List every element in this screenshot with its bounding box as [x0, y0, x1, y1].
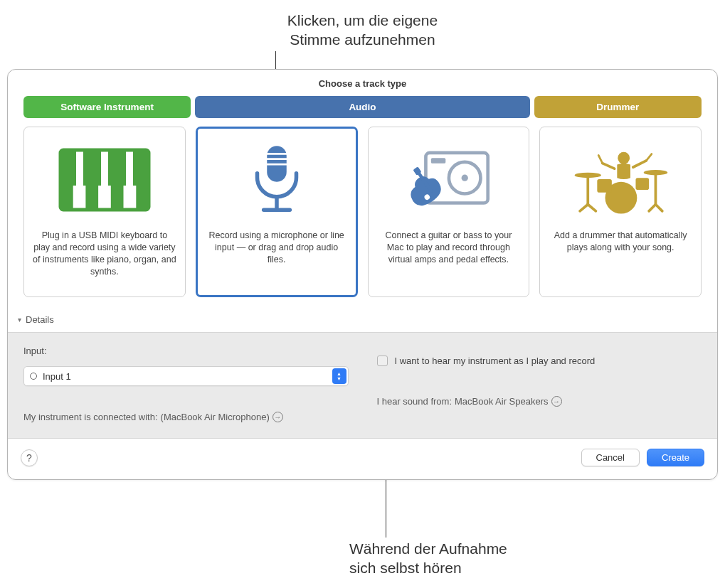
input-popup[interactable]: Input 1 ▲▼ [23, 366, 349, 386]
arrow-right-circle-icon[interactable]: → [551, 396, 562, 407]
footer: ? Cancel Create [8, 439, 717, 479]
connected-device-row: My instrument is connected with: (MacBoo… [23, 412, 349, 422]
svg-rect-10 [133, 150, 139, 186]
track-type-cards: Plug in a USB MIDI keyboard to play and … [8, 127, 717, 311]
svg-rect-6 [83, 150, 89, 186]
cancel-button[interactable]: Cancel [581, 449, 640, 466]
window-title: Choose a track type [8, 70, 717, 96]
arrow-right-circle-icon[interactable]: → [272, 412, 283, 422]
svg-line-30 [649, 205, 655, 211]
input-channel-icon [30, 373, 37, 380]
details-disclosure[interactable]: ▾ Details [8, 311, 717, 332]
card-desc: Connect a guitar or bass to your Mac to … [377, 230, 521, 266]
svg-line-26 [580, 205, 588, 211]
svg-rect-20 [431, 158, 445, 163]
track-chooser-window: Choose a track type Software Instrument … [7, 69, 718, 480]
chevron-down-icon: ▾ [18, 316, 21, 324]
button-label: Create [662, 452, 689, 463]
svg-line-31 [656, 205, 662, 211]
svg-rect-33 [597, 179, 612, 193]
button-label: Cancel [596, 452, 625, 463]
details-panel: Input: Input 1 ▲▼ My instrument is conne… [8, 332, 717, 439]
tab-label: Software Instrument [60, 102, 154, 112]
card-desc: Plug in a USB MIDI keyboard to play and … [33, 230, 176, 278]
tab-label: Drummer [596, 102, 639, 112]
input-value: Input 1 [43, 371, 332, 382]
popup-stepper-icon: ▲▼ [332, 368, 346, 384]
callout-bottom: Während der Aufnahme sich selbst hören [349, 539, 507, 578]
monitor-label: I want to hear my instrument as I play a… [395, 356, 596, 366]
callout-bottom-text: Während der Aufnahme sich selbst hören [349, 540, 507, 576]
input-label: Input: [23, 346, 349, 356]
guitar-amp-icon [398, 137, 498, 223]
hear-prefix: I hear sound from: [377, 396, 453, 407]
monitor-checkbox[interactable] [377, 356, 388, 366]
keyboard-icon [55, 137, 154, 223]
svg-line-38 [598, 155, 603, 163]
svg-rect-9 [120, 150, 126, 186]
svg-point-19 [462, 175, 468, 181]
card-software-instrument[interactable]: Plug in a USB MIDI keyboard to play and … [23, 127, 186, 297]
tab-label: Audio [349, 102, 376, 112]
tab-software-instrument[interactable]: Software Instrument [23, 96, 191, 118]
card-audio-guitar[interactable]: Connect a guitar or bass to your Mac to … [368, 127, 530, 297]
card-desc: Add a drummer that automatically plays a… [549, 230, 692, 254]
svg-line-39 [647, 154, 652, 161]
drummer-icon [571, 137, 670, 223]
microphone-icon [227, 137, 327, 223]
card-drummer[interactable]: Add a drummer that automatically plays a… [539, 127, 702, 297]
svg-line-36 [603, 164, 615, 169]
callout-top: Klicken, um die eigene Stimme aufzunehme… [0, 11, 725, 50]
callout-top-text: Klicken, um die eigene Stimme aufzunehme… [287, 12, 438, 48]
hear-device: MacBook Air Speakers [455, 396, 549, 407]
svg-line-37 [633, 161, 647, 167]
svg-rect-8 [108, 150, 114, 186]
track-type-tabs: Software Instrument Audio Drummer [8, 96, 717, 127]
svg-point-35 [618, 152, 630, 164]
tab-audio[interactable]: Audio [195, 96, 530, 118]
card-audio-mic[interactable]: Record using a microphone or line input … [196, 127, 358, 297]
connected-prefix: My instrument is connected with: [23, 412, 158, 422]
svg-rect-34 [636, 178, 650, 190]
svg-line-27 [588, 205, 596, 211]
tab-drummer[interactable]: Drummer [534, 96, 702, 118]
svg-rect-7 [95, 150, 101, 186]
help-button[interactable]: ? [21, 449, 38, 466]
output-device-row: I hear sound from: MacBook Air Speakers … [377, 396, 702, 407]
details-label: Details [26, 314, 54, 325]
connected-device: (MacBook Air Microphone) [161, 412, 270, 422]
svg-rect-5 [70, 150, 76, 186]
card-desc: Record using a microphone or line input … [205, 230, 349, 266]
create-button[interactable]: Create [647, 449, 704, 466]
